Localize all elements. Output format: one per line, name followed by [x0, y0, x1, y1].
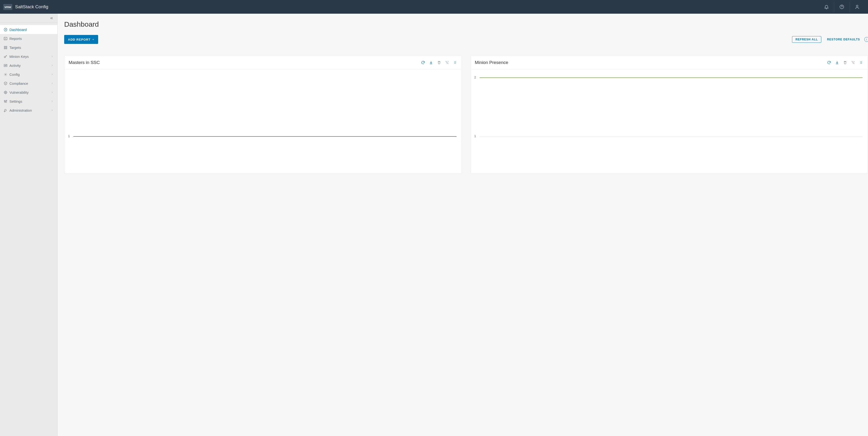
filter-button — [851, 60, 856, 65]
svg-rect-8 — [4, 48, 5, 49]
activity-icon — [3, 63, 7, 67]
filter-off-icon — [445, 60, 449, 65]
svg-point-19 — [455, 61, 456, 62]
refresh-all-button[interactable]: REFRESH ALL — [792, 36, 822, 43]
card-header: Minion Presence — [471, 56, 868, 70]
svg-point-15 — [4, 100, 5, 101]
report-card-masters-in-ssc: Masters in SSC — [64, 55, 462, 174]
masters-chart: 1 — [67, 72, 458, 171]
user-menu-button[interactable] — [849, 0, 865, 14]
chart-gridline — [479, 136, 863, 137]
top-header: vmw SaltStack Config — [0, 0, 868, 14]
sidebar-item-label: Vulnerability — [9, 90, 51, 94]
info-button[interactable]: i — [864, 37, 868, 42]
bar-chart-icon — [3, 36, 7, 40]
sidebar-item-administration[interactable]: Administration — [0, 106, 57, 115]
restore-defaults-button[interactable]: RESTORE DEFAULTS — [827, 38, 860, 41]
svg-point-13 — [4, 91, 7, 93]
gauge-icon — [3, 27, 7, 32]
card-title: Minion Presence — [475, 60, 827, 65]
svg-point-26 — [861, 62, 861, 63]
chevron-right-icon — [51, 55, 54, 58]
chevron-right-icon — [51, 91, 54, 94]
y-tick-label: 2 — [474, 76, 476, 79]
download-button[interactable] — [429, 60, 433, 65]
chart-series-line — [479, 78, 863, 78]
drag-handle[interactable] — [453, 60, 458, 65]
info-icon: i — [866, 38, 867, 41]
svg-point-14 — [5, 92, 6, 93]
svg-point-28 — [861, 63, 861, 63]
svg-point-4 — [5, 29, 6, 30]
svg-point-27 — [861, 62, 862, 63]
svg-point-17 — [6, 100, 7, 101]
refresh-button[interactable] — [827, 60, 831, 65]
trash-icon — [843, 60, 847, 65]
sidebar: Dashboard Reports Targets Minion Keys — [0, 14, 58, 436]
svg-point-22 — [454, 63, 455, 63]
svg-point-12 — [5, 74, 6, 75]
add-report-button[interactable]: ADD REPORT — [64, 35, 98, 44]
card-actions — [421, 60, 458, 65]
app-title: SaltStack Config — [15, 4, 48, 9]
svg-rect-6 — [4, 46, 5, 47]
card-actions — [827, 60, 864, 65]
sidebar-item-label: Settings — [9, 99, 51, 104]
delete-button[interactable] — [843, 60, 847, 65]
sidebar-collapse-button[interactable] — [0, 14, 57, 23]
filter-off-icon — [851, 60, 855, 65]
refresh-button[interactable] — [421, 60, 425, 65]
svg-rect-11 — [4, 64, 7, 66]
sidebar-item-label: Config — [9, 72, 51, 77]
sidebar-item-label: Targets — [9, 46, 54, 50]
svg-point-24 — [861, 61, 861, 62]
sidebar-item-settings[interactable]: Settings — [0, 97, 57, 106]
svg-point-16 — [5, 101, 6, 102]
svg-point-20 — [454, 62, 455, 63]
gear-icon — [3, 72, 7, 77]
add-report-label: ADD REPORT — [68, 38, 91, 41]
sidebar-item-label: Administration — [9, 108, 51, 112]
sidebar-item-dashboard[interactable]: Dashboard — [0, 25, 57, 34]
card-title: Masters in SSC — [69, 60, 421, 65]
sidebar-item-label: Minion Keys — [9, 55, 51, 59]
sidebar-item-label: Dashboard — [9, 28, 54, 32]
chevron-right-icon — [51, 73, 54, 76]
sliders-icon — [3, 99, 7, 104]
help-icon — [839, 4, 844, 9]
svg-point-29 — [861, 63, 862, 63]
grid-icon — [3, 45, 7, 50]
refresh-icon — [827, 60, 831, 65]
chevron-right-icon — [51, 82, 54, 85]
refresh-icon — [421, 60, 425, 65]
drag-handle[interactable] — [859, 60, 864, 65]
chevron-down-icon — [92, 38, 94, 40]
trash-icon — [437, 60, 441, 65]
svg-rect-7 — [6, 46, 7, 47]
sidebar-item-activity[interactable]: Activity — [0, 61, 57, 70]
sidebar-item-vulnerability[interactable]: Vulnerability — [0, 88, 57, 97]
minion-presence-chart: 2 1 — [473, 72, 864, 171]
download-button[interactable] — [835, 60, 839, 65]
svg-point-21 — [455, 62, 456, 63]
delete-button[interactable] — [437, 60, 441, 65]
svg-point-2 — [856, 5, 858, 7]
chevron-double-left-icon — [50, 16, 54, 20]
chevron-right-icon — [51, 100, 54, 103]
sidebar-item-compliance[interactable]: Compliance — [0, 79, 57, 88]
target-icon — [3, 90, 7, 94]
sidebar-item-minion-keys[interactable]: Minion Keys — [0, 52, 57, 61]
sidebar-item-config[interactable]: Config — [0, 70, 57, 79]
help-button[interactable] — [834, 0, 849, 14]
notifications-button[interactable] — [819, 0, 834, 14]
sidebar-item-label: Activity — [9, 63, 51, 67]
sidebar-item-reports[interactable]: Reports — [0, 34, 57, 43]
cards-row: Masters in SSC — [64, 55, 868, 174]
nav-list: Dashboard Reports Targets Minion Keys — [0, 23, 57, 115]
sidebar-item-targets[interactable]: Targets — [0, 43, 57, 52]
content-area: Dashboard ADD REPORT REFRESH ALL RESTORE… — [58, 14, 868, 436]
chart-series-line — [73, 136, 457, 137]
y-tick-label: 1 — [68, 135, 70, 138]
key-icon — [3, 54, 7, 59]
card-body: 1 — [64, 70, 462, 174]
